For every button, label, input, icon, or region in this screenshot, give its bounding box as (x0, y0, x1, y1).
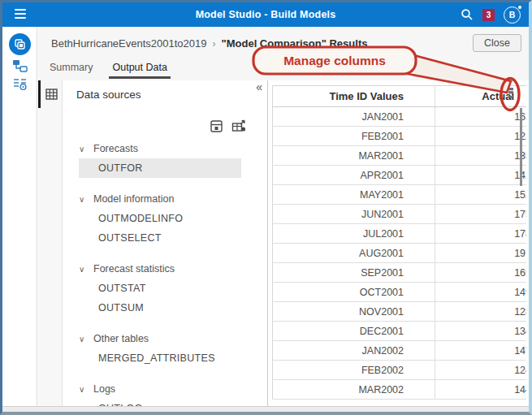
table-row[interactable]: JUL2001178 (273, 224, 527, 244)
page-header: BethHurricaneEvents2001to2019›"Model Com… (38, 27, 529, 80)
table-grid-icon (45, 89, 58, 100)
tree-section-other-tables[interactable]: ∨Other tables (63, 329, 268, 348)
table-header-row: Time ID Values Actual (273, 86, 527, 107)
cell-time-id: FEB2002 (273, 361, 435, 380)
tree-item-outsum[interactable]: OUTSUM (79, 298, 241, 318)
tree-item-outfor[interactable]: OUTFOR (79, 158, 241, 178)
export-table-icon[interactable] (231, 119, 246, 133)
cell-time-id: JUN2001 (273, 205, 435, 224)
cell-actual: 124 (435, 361, 527, 380)
model-studio-window: Model Studio - Build Models 3 B (0, 0, 532, 415)
left-rail (2, 27, 37, 413)
table-vertical-scrollbar[interactable] (520, 108, 522, 186)
cell-actual: 149 (435, 283, 527, 302)
avatar-status-dot (518, 6, 522, 10)
table-body: JAN2001163FEB2001122MAR2001135APR2001142… (273, 107, 527, 400)
table-row[interactable]: MAY2001152 (273, 185, 527, 205)
cell-time-id: FEB2001 (273, 127, 435, 146)
tree-section-label: Forecast statistics (93, 263, 175, 275)
tab-output-data[interactable]: Output Data (112, 62, 167, 80)
cell-time-id: MAR2001 (273, 146, 435, 166)
search-icon[interactable] (461, 8, 474, 21)
cell-actual: 191 (435, 244, 527, 263)
pipeline-comparison-icon (12, 77, 28, 91)
rail-item-pipelines[interactable] (2, 59, 37, 73)
breadcrumb: BethHurricaneEvents2001to2019›"Model Com… (51, 37, 367, 50)
tree-section-label: Logs (93, 383, 115, 395)
cell-time-id: JUL2001 (273, 224, 435, 244)
tree-item-outmodelinfo[interactable]: OUTMODELINFO (79, 209, 241, 228)
view-table-icon[interactable] (210, 119, 223, 133)
column-header-time-id[interactable]: Time ID Values (273, 86, 435, 107)
tree-group: ∨ForecastsOUTFOR (63, 139, 268, 178)
chevron-down-icon: ∨ (79, 145, 87, 153)
cell-time-id: JAN2001 (273, 107, 435, 127)
cell-actual: 178 (435, 224, 527, 244)
table-row[interactable]: JAN2001163 (273, 107, 527, 127)
tree-section-logs[interactable]: ∨Logs (63, 379, 268, 399)
cell-time-id: SEP2001 (273, 263, 435, 283)
tree-group: ∨Other tablesMERGED_ATTRIBUTES (63, 329, 268, 368)
table-row[interactable]: MAR2002144 (273, 380, 527, 400)
table-row[interactable]: SEP2001165 (273, 263, 527, 283)
table-view-strip-button[interactable] (38, 80, 63, 108)
cell-time-id: NOV2001 (273, 302, 435, 322)
collapse-panel-icon[interactable]: « (256, 80, 262, 93)
tree-item-outstat[interactable]: OUTSTAT (79, 279, 241, 298)
data-sources-panel: « Data sources (63, 80, 268, 413)
data-sources-tree: ∨ForecastsOUTFOR∨Model informationOUTMOD… (63, 139, 268, 415)
tree-group: ∨Forecast statisticsOUTSTATOUTSUM (63, 259, 268, 318)
cell-actual: 135 (435, 146, 527, 166)
avatar-initial: B (509, 10, 516, 19)
data-icon (9, 33, 31, 55)
tree-item-outselect[interactable]: OUTSELECT (79, 228, 241, 248)
cell-actual: 165 (435, 263, 527, 283)
chevron-down-icon: ∨ (79, 335, 87, 344)
tab-summary[interactable]: Summary (50, 62, 93, 80)
app-title: Model Studio - Build Models (2, 9, 529, 20)
cell-actual: 163 (435, 107, 527, 127)
cell-actual: 128 (435, 302, 527, 322)
cell-actual: 142 (435, 166, 527, 185)
chevron-down-icon: ∨ (79, 195, 87, 204)
table-row[interactable]: NOV2001128 (273, 302, 527, 322)
cell-time-id: AUG2001 (273, 244, 435, 263)
table-row[interactable]: AUG2001191 (273, 244, 527, 263)
chevron-down-icon: ∨ (79, 265, 87, 274)
horizontal-scrollbar[interactable] (2, 406, 529, 413)
output-data-table: Time ID Values Actual JAN2001163FEB20011… (272, 85, 526, 400)
output-data-table-wrap: Time ID Values Actual JAN2001163FEB20011… (272, 85, 526, 413)
table-row[interactable]: JAN2002147 (273, 341, 527, 361)
tree-section-model-information[interactable]: ∨Model information (63, 189, 268, 209)
cell-actual: 152 (435, 185, 527, 205)
close-button[interactable]: Close (473, 34, 521, 52)
table-row[interactable]: FEB2002124 (273, 361, 527, 380)
breadcrumb-project[interactable]: BethHurricaneEvents2001to2019 (51, 37, 207, 50)
table-row[interactable]: MAR2001135 (273, 146, 527, 166)
cell-time-id: MAR2002 (273, 380, 435, 400)
tree-section-label: Model information (93, 193, 174, 205)
rail-item-pipeline-comparison[interactable] (2, 77, 37, 91)
table-row[interactable]: APR2001142 (273, 166, 527, 185)
cell-actual: 147 (435, 341, 527, 361)
table-row[interactable]: FEB2001122 (273, 127, 527, 146)
tree-section-forecasts[interactable]: ∨Forecasts (63, 139, 268, 158)
cell-time-id: DEC2001 (273, 322, 435, 341)
table-row[interactable]: JUN2001175 (273, 205, 527, 224)
rail-item-data[interactable] (2, 33, 37, 55)
notification-badge[interactable]: 3 (482, 9, 495, 21)
app-bar: Model Studio - Build Models 3 B (2, 2, 529, 27)
manage-columns-button[interactable] (508, 87, 515, 99)
avatar[interactable]: B (504, 6, 521, 24)
tree-section-label: Other tables (93, 333, 149, 344)
table-row[interactable]: DEC2001134 (273, 322, 527, 341)
content-area: « Data sources (38, 80, 529, 413)
tree-section-label: Forecasts (93, 143, 138, 154)
cell-time-id: OCT2001 (273, 283, 435, 302)
cell-time-id: MAY2001 (273, 185, 435, 205)
cell-actual: 122 (435, 127, 527, 146)
tree-section-forecast-statistics[interactable]: ∨Forecast statistics (63, 259, 268, 279)
table-row[interactable]: OCT2001149 (273, 283, 527, 302)
tree-item-merged_attributes[interactable]: MERGED_ATTRIBUTES (79, 348, 241, 368)
panel-icon-strip (38, 80, 63, 413)
